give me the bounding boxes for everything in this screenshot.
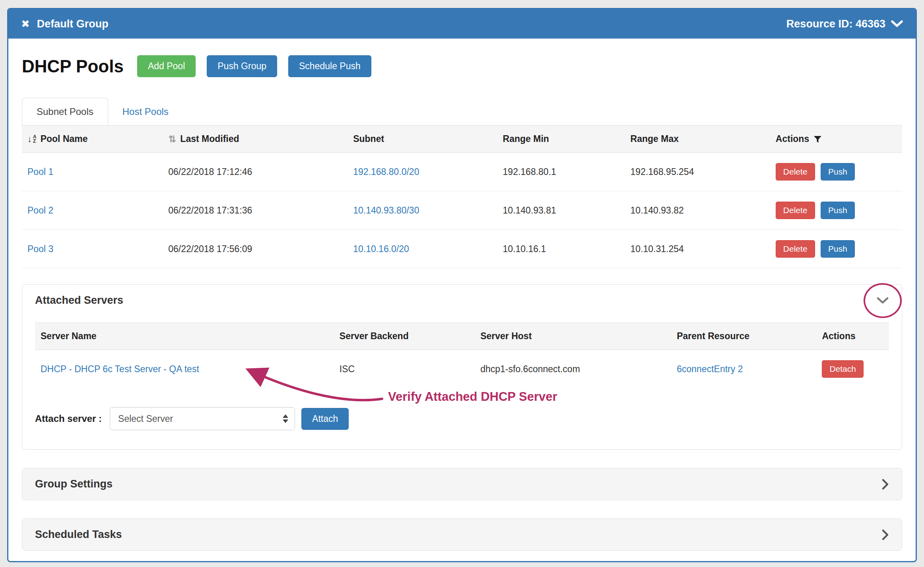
tab-subnet-pools[interactable]: Subnet Pools — [22, 98, 108, 125]
delete-pool-button[interactable]: Delete — [776, 240, 815, 258]
pool-subnet-link[interactable]: 10.10.16.0/20 — [353, 244, 409, 254]
main-content: DHCP Pools Add Pool Push Group Schedule … — [8, 39, 916, 562]
pool-last-modified: 06/22/2018 17:12:46 — [163, 153, 347, 191]
schedule-push-button[interactable]: Schedule Push — [288, 55, 371, 77]
expand-chevron-right-icon[interactable] — [881, 478, 889, 490]
servers-header-row: Server Name Server Backend Server Host P… — [35, 323, 889, 350]
col-server-name: Server Name — [35, 323, 334, 350]
sort-icon[interactable]: ⇅ — [168, 134, 176, 144]
group-settings-header[interactable]: Group Settings — [22, 468, 902, 500]
pool-range-max: 10.10.31.254 — [625, 230, 770, 268]
pool-name-link[interactable]: Pool 3 — [27, 244, 53, 254]
col-range-max: Range Max — [625, 126, 770, 153]
parent-resource-link[interactable]: 6connectEntry 2 — [677, 364, 743, 374]
attached-servers-panel: Attached Servers Server Name Server Ba — [22, 284, 902, 450]
attached-servers-body: Server Name Server Backend Server Host P… — [22, 316, 902, 449]
server-name-link[interactable]: DHCP - DHCP 6c Test Server - QA test — [41, 364, 199, 374]
title-row: DHCP Pools Add Pool Push Group Schedule … — [22, 55, 902, 77]
sort-alpha-icon[interactable]: ↓ AZ — [27, 135, 37, 144]
col-pool-name: ↓ AZ Pool Name — [22, 126, 163, 153]
attach-server-row: Attach server : Select Server Attach — [35, 407, 889, 430]
push-group-button[interactable]: Push Group — [207, 55, 277, 77]
add-pool-button[interactable]: Add Pool — [137, 55, 196, 77]
pool-name-link[interactable]: Pool 1 — [27, 167, 53, 177]
select-spinner-icon — [283, 414, 288, 423]
delete-pool-button[interactable]: Delete — [776, 163, 815, 181]
scheduled-tasks-panel: Scheduled Tasks — [22, 518, 902, 551]
server-row: DHCP - DHCP 6c Test Server - QA test ISC… — [35, 350, 889, 388]
resource-id-toggle[interactable]: Resource ID: 46363 — [786, 18, 903, 30]
push-pool-button[interactable]: Push — [821, 163, 855, 181]
push-pool-button[interactable]: Push — [821, 202, 855, 219]
pool-tabs: Subnet Pools Host Pools — [22, 98, 902, 125]
delete-pool-button[interactable]: Delete — [776, 202, 815, 219]
pool-subnet-link[interactable]: 192.168.80.0/20 — [353, 167, 419, 177]
col-server-actions: Actions — [816, 323, 889, 350]
col-range-min: Range Min — [497, 126, 625, 153]
subnet-pools-table: ↓ AZ Pool Name ⇅ Last Modified Subnet — [22, 125, 902, 268]
pool-range-min: 10.140.93.81 — [497, 191, 625, 230]
group-settings-title: Group Settings — [35, 478, 113, 490]
server-backend: ISC — [334, 350, 475, 388]
pool-row-3: Pool 3 06/22/2018 17:56:09 10.10.16.0/20… — [22, 230, 902, 268]
pool-range-max: 192.168.95.254 — [625, 153, 770, 191]
pool-last-modified: 06/22/2018 17:56:09 — [163, 230, 347, 268]
annotation-text: Verify Attached DHCP Server — [388, 390, 557, 404]
attach-button[interactable]: Attach — [301, 408, 349, 430]
group-header-bar: ✖ Default Group Resource ID: 46363 — [8, 9, 916, 39]
page-title: DHCP Pools — [22, 56, 124, 76]
chevron-down-icon — [891, 20, 903, 28]
col-actions: Actions — [770, 126, 902, 153]
close-icon[interactable]: ✖ — [21, 19, 30, 29]
col-subnet: Subnet — [347, 126, 497, 153]
group-title: Default Group — [37, 18, 109, 30]
tab-host-pools[interactable]: Host Pools — [108, 98, 183, 125]
attached-servers-header[interactable]: Attached Servers — [22, 285, 902, 316]
col-server-backend: Server Backend — [334, 323, 475, 350]
attached-servers-title: Attached Servers — [35, 294, 123, 307]
pool-range-min: 192.168.80.1 — [497, 153, 625, 191]
pool-range-min: 10.10.16.1 — [497, 230, 625, 268]
server-select[interactable]: Select Server — [110, 407, 295, 430]
pool-last-modified: 06/22/2018 17:31:36 — [163, 191, 347, 230]
scheduled-tasks-header[interactable]: Scheduled Tasks — [22, 519, 902, 550]
attach-server-label: Attach server : — [35, 413, 102, 424]
server-host: dhcp1-sfo.6connect.com — [475, 350, 671, 388]
pool-row-1: Pool 1 06/22/2018 17:12:46 192.168.80.0/… — [22, 153, 902, 191]
col-last-modified: ⇅ Last Modified — [163, 126, 347, 153]
collapse-chevron-down-icon[interactable] — [876, 297, 889, 305]
pools-header-row: ↓ AZ Pool Name ⇅ Last Modified Subnet — [22, 126, 902, 153]
expand-chevron-right-icon[interactable] — [881, 529, 889, 541]
pool-name-link[interactable]: Pool 2 — [27, 205, 53, 216]
filter-icon[interactable] — [813, 135, 822, 144]
col-parent-resource: Parent Resource — [671, 323, 816, 350]
push-pool-button[interactable]: Push — [821, 240, 855, 258]
detach-button[interactable]: Detach — [822, 360, 864, 378]
pool-subnet-link[interactable]: 10.140.93.80/30 — [353, 205, 419, 216]
col-server-host: Server Host — [475, 323, 671, 350]
attached-servers-table: Server Name Server Backend Server Host P… — [35, 322, 889, 388]
pool-range-max: 10.140.93.82 — [625, 191, 770, 230]
server-select-value: Select Server — [118, 414, 173, 424]
resource-id-label: Resource ID: 46363 — [786, 18, 885, 30]
group-settings-panel: Group Settings — [22, 468, 902, 500]
pool-row-2: Pool 2 06/22/2018 17:31:36 10.140.93.80/… — [22, 191, 902, 230]
scheduled-tasks-title: Scheduled Tasks — [35, 528, 122, 541]
default-group-window: ✖ Default Group Resource ID: 46363 DHCP … — [7, 8, 917, 562]
